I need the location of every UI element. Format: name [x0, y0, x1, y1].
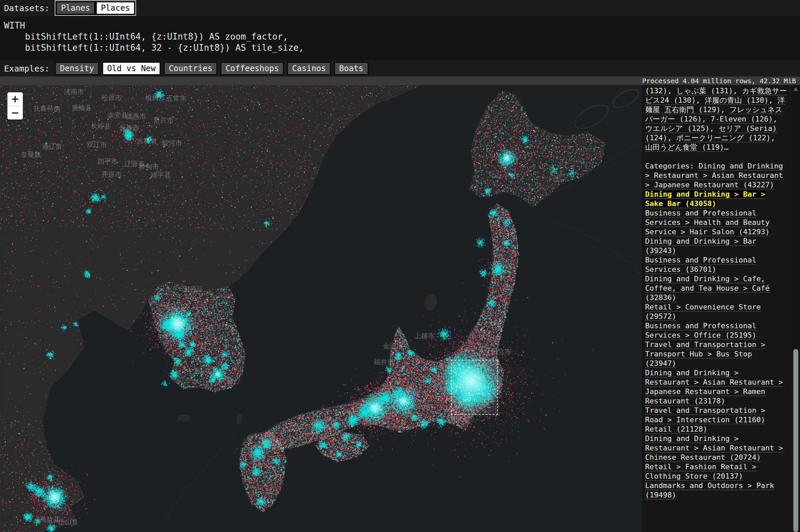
map-zoom-control: + − — [7, 92, 23, 119]
category-row: Retail > Convenience Store (29572) — [645, 302, 787, 321]
example-button-boats[interactable]: Boats — [334, 62, 368, 75]
category-link[interactable]: Travel and Transportation > Transport Hu… — [645, 340, 765, 368]
status-text: Processed 4.04 million rows, 42.32 MiB — [642, 77, 796, 85]
dataset-button-places[interactable]: Places — [95, 1, 135, 15]
category-link[interactable]: Business and Professional Services > Off… — [645, 322, 756, 340]
category-row: Travel and Transportation > Transport Hu… — [645, 340, 787, 368]
example-button-coffeeshops[interactable]: Coffeeshops — [220, 62, 284, 75]
category-link[interactable]: Business and Professional Services (3670… — [645, 256, 756, 274]
map-selection-box[interactable] — [451, 360, 498, 415]
category-link[interactable]: Travel and Transportation > Road > Inter… — [645, 406, 765, 424]
places-map-canvas[interactable] — [0, 85, 642, 532]
brand-link[interactable]: (132) — [645, 87, 667, 95]
example-button-old-vs-new[interactable]: Old vs New — [102, 62, 161, 75]
category-link[interactable]: Dining and Drinking > Cafe, Coffee, and … — [645, 274, 770, 302]
category-link[interactable]: Retail > Fashion Retail > Clothing Store… — [645, 462, 756, 481]
brand-link[interactable]: 山田うどん食堂 (119) — [645, 143, 724, 152]
category-row: Landmarks and Outdoors > Park (19498) — [645, 481, 787, 500]
brand-link[interactable]: ウエルシア (125) — [645, 124, 710, 133]
brands-paragraph: (132), しゃぶ葉 (131), カギ救急サービス24 (130), 洋服の… — [645, 86, 787, 152]
main-area: 洮南市松原市榆树市五常市扎鲁特旗通榆县农安县德惠市舒兰市长岭县长春市吉林省蛟河市… — [0, 85, 800, 532]
categories-label: Categories: — [645, 162, 698, 170]
example-buttons: DensityOld vs NewCountriesCoffeeshopsCas… — [55, 62, 371, 75]
category-link[interactable]: Dining and Drinking > Restaurant > Asian… — [645, 434, 783, 462]
examples-label: Examples: — [4, 64, 49, 74]
category-row: Dining and Drinking > Restaurant > Asian… — [645, 368, 787, 406]
dataset-button-planes[interactable]: Planes — [55, 1, 95, 15]
sql-editor[interactable]: WITH bitShiftLeft(1::UInt64, {z:UInt8}) … — [0, 16, 800, 60]
categories-list: Categories: Dining and Drinking > Restau… — [645, 162, 787, 500]
examples-bar: Examples: DensityOld vs NewCountriesCoff… — [0, 60, 800, 77]
category-row: Dining and Drinking > Bar > Sake Bar (43… — [645, 190, 787, 208]
category-link[interactable]: Dining and Drinking > Bar (39243) — [645, 237, 756, 255]
zoom-out-button[interactable]: − — [7, 106, 23, 119]
category-row: Retail > Fashion Retail > Clothing Store… — [645, 462, 787, 481]
category-row: Retail (21128) — [645, 424, 787, 434]
category-row: Dining and Drinking > Cafe, Coffee, and … — [645, 274, 787, 302]
map-container: 洮南市松原市榆树市五常市扎鲁特旗通榆县农安县德惠市舒兰市长岭县长春市吉林省蛟河市… — [0, 85, 642, 532]
sql-editor-text[interactable]: WITH bitShiftLeft(1::UInt64, {z:UInt8}) … — [4, 20, 800, 53]
zoom-in-button[interactable]: + — [7, 92, 23, 106]
datasets-bar: Datasets: PlanesPlaces — [0, 0, 800, 16]
category-row: Categories: Dining and Drinking > Restau… — [645, 162, 787, 190]
category-link[interactable]: Landmarks and Outdoors > Park (19498) — [645, 481, 774, 499]
sidebar-scrollbar[interactable]: ▲ — [792, 85, 800, 532]
category-link[interactable]: Retail > Convenience Store (29572) — [645, 303, 761, 321]
category-link-selected[interactable]: Dining and Drinking > Bar > Sake Bar (43… — [645, 190, 765, 208]
category-row: Business and Professional Services (3670… — [645, 255, 787, 274]
datasets-label: Datasets: — [4, 3, 49, 13]
category-row: Dining and Drinking > Restaurant > Asian… — [645, 434, 787, 462]
category-row: Business and Professional Services > Hea… — [645, 208, 787, 236]
category-row: Dining and Drinking > Bar (39243) — [645, 236, 787, 255]
status-bar: Processed 4.04 million rows, 42.32 MiB — [0, 77, 800, 85]
brand-link[interactable]: しゃぶ葉 (131) — [676, 87, 733, 95]
brand-link[interactable]: 7-Eleven (126) — [711, 115, 773, 124]
example-button-countries[interactable]: Countries — [164, 62, 217, 75]
example-button-density[interactable]: Density — [55, 62, 99, 75]
results-sidebar: (132), しゃぶ葉 (131), カギ救急サービス24 (130), 洋服の… — [642, 85, 792, 532]
brand-link[interactable]: ポニークリーニング (122) — [676, 134, 771, 142]
example-button-casinos[interactable]: Casinos — [287, 62, 331, 75]
category-row: Business and Professional Services > Off… — [645, 321, 787, 340]
category-link[interactable]: Business and Professional Services > Hea… — [645, 209, 770, 236]
category-row: Travel and Transportation > Road > Inter… — [645, 406, 787, 424]
category-link[interactable]: Retail (21128) — [645, 425, 707, 434]
dataset-buttons: PlanesPlaces — [55, 0, 136, 16]
brand-link[interactable]: 洋服の青山 (130) — [705, 96, 769, 105]
scrollbar-up-arrow-icon[interactable]: ▲ — [792, 86, 800, 92]
category-link[interactable]: Dining and Drinking > Restaurant > Asian… — [645, 368, 783, 405]
scrollbar-thumb[interactable] — [793, 349, 798, 532]
